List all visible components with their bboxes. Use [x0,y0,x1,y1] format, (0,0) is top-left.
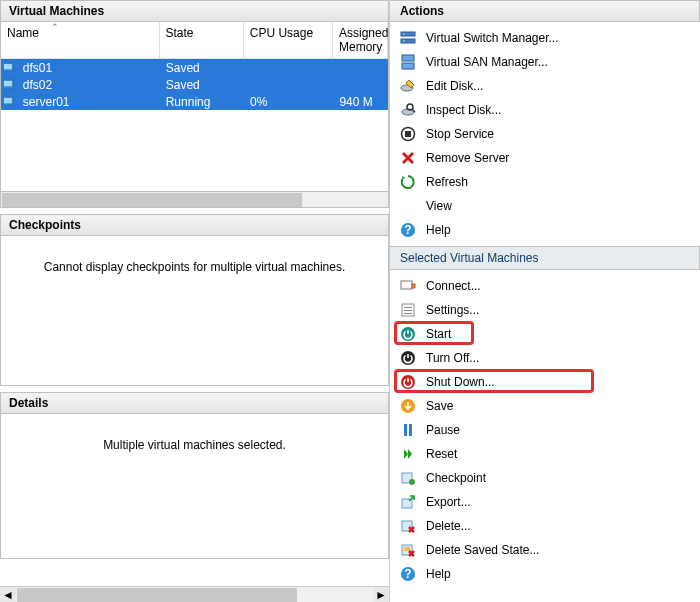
vm-name-cell: server01 [17,95,160,109]
bottom-scrollbar[interactable]: ◄ ► [0,586,389,602]
vm-cpu-cell: 0% [244,95,333,109]
action-edit-disk[interactable]: Edit Disk... [390,74,700,98]
checkpoints-panel: Cannot display checkpoints for multiple … [0,236,389,386]
export-icon [400,494,416,510]
action-settings[interactable]: Settings... [390,298,700,322]
action-turn-off[interactable]: Turn Off... [390,346,700,370]
action-virtual-switch-manager[interactable]: Virtual Switch Manager... [390,26,700,50]
svg-text:?: ? [404,567,411,581]
action-label: Inspect Disk... [426,103,690,117]
action-label: Settings... [426,303,690,317]
turnoff-icon [400,350,416,366]
svg-rect-11 [402,63,414,69]
svg-rect-26 [404,313,412,314]
details-message: Multiple virtual machines selected. [103,438,286,452]
delete-saved-state-icon [400,542,416,558]
reset-icon [400,446,416,462]
action-label: Refresh [426,175,690,189]
svg-rect-32 [409,424,412,436]
svg-rect-6 [401,32,415,36]
action-delete-saved-state[interactable]: Delete Saved State... [390,538,700,562]
svg-rect-24 [404,307,412,308]
action-label: Checkpoint [426,471,690,485]
action-label: Virtual Switch Manager... [426,31,690,45]
svg-rect-22 [401,281,412,289]
action-label: Save [426,399,690,413]
action-connect[interactable]: Connect... [390,274,700,298]
action-delete[interactable]: Delete... [390,514,700,538]
table-row[interactable]: dfs02Saved [1,76,388,93]
vm-name-cell: dfs01 [17,61,160,75]
svg-rect-1 [4,64,12,69]
action-label: Help [426,223,690,237]
pause-icon [400,422,416,438]
action-virtual-san-manager[interactable]: Virtual SAN Manager... [390,50,700,74]
delete-icon [400,518,416,534]
svg-rect-31 [404,424,407,436]
action-stop-service[interactable]: Stop Service [390,122,700,146]
table-row[interactable]: dfs01Saved [1,59,388,76]
vm-icon [1,79,17,91]
action-label: Remove Server [426,151,690,165]
action-label: Reset [426,447,690,461]
action-save[interactable]: Save [390,394,700,418]
vm-state-cell: Saved [160,61,244,75]
action-shut-down[interactable]: Shut Down... [390,370,700,394]
action-label: Help [426,567,690,581]
svg-rect-7 [401,39,415,43]
scroll-right-icon[interactable]: ► [373,587,389,602]
svg-rect-3 [4,81,12,86]
details-panel: Multiple virtual machines selected. [0,414,389,559]
action-help[interactable]: ?Help [390,218,700,242]
column-assigned[interactable]: Assigned Memory [333,22,388,58]
action-view[interactable]: View [390,194,700,218]
svg-point-8 [403,33,405,35]
view-icon [400,198,416,214]
help-icon: ? [400,222,416,238]
action-label: Virtual SAN Manager... [426,55,690,69]
column-state[interactable]: State [160,22,244,58]
action-export[interactable]: Export... [390,490,700,514]
vm-icon [1,96,17,108]
san-manager-icon [400,54,416,70]
action-label: Edit Disk... [426,79,690,93]
virtual-machines-list[interactable]: Name ⌃ State CPU Usage Assigned Memory d… [0,22,389,192]
action-start[interactable]: Start [390,322,700,346]
action-label: Connect... [426,279,690,293]
checkpoints-panel-title: Checkpoints [0,214,389,236]
action-inspect-disk[interactable]: Inspect Disk... [390,98,700,122]
save-icon [400,398,416,414]
shutdown-icon [400,374,416,390]
action-help[interactable]: ?Help [390,562,700,586]
vm-columns-header[interactable]: Name ⌃ State CPU Usage Assigned Memory [1,22,388,59]
switch-manager-icon [400,30,416,46]
action-pause[interactable]: Pause [390,418,700,442]
vm-list-scrollbar[interactable] [0,192,389,208]
column-name[interactable]: Name [1,22,160,58]
action-label: Shut Down... [426,375,690,389]
action-remove-server[interactable]: Remove Server [390,146,700,170]
column-cpu[interactable]: CPU Usage [244,22,333,58]
svg-point-34 [409,479,415,485]
action-label: Delete... [426,519,690,533]
action-checkpoint[interactable]: Checkpoint [390,466,700,490]
virtual-machines-panel-title: Virtual Machines [0,0,389,22]
settings-icon [400,302,416,318]
table-row[interactable]: server01Running0%940 M [1,93,388,110]
svg-text:?: ? [404,223,411,237]
details-panel-title: Details [0,392,389,414]
selected-vms-section-title: Selected Virtual Machines [390,246,700,270]
svg-rect-10 [402,55,414,61]
vm-state-cell: Running [160,95,244,109]
svg-point-9 [403,40,405,42]
svg-rect-40 [404,547,410,551]
sort-indicator-icon: ⌃ [51,22,59,32]
connect-icon [400,278,416,294]
start-icon [400,326,416,342]
scroll-left-icon[interactable]: ◄ [0,587,16,602]
action-label: Stop Service [426,127,690,141]
action-reset[interactable]: Reset [390,442,700,466]
vm-name-cell: dfs02 [17,78,160,92]
svg-rect-5 [4,98,12,103]
action-refresh[interactable]: Refresh [390,170,700,194]
